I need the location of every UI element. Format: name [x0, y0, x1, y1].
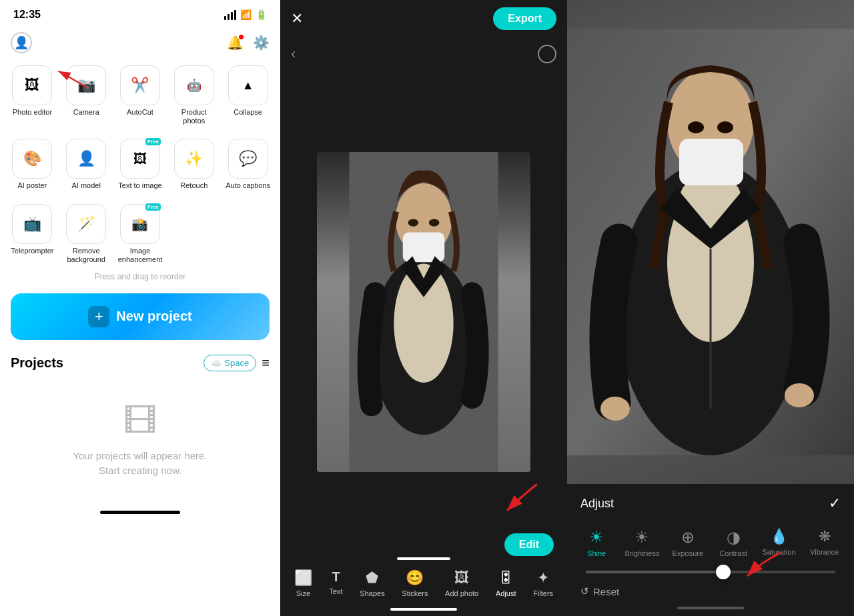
tool-autocut[interactable]: ✂️ AutoCut — [113, 59, 167, 132]
photo-editor-icon: 🖼 — [25, 77, 39, 94]
autocut-icon: ✂️ — [131, 77, 149, 94]
adjust-vibrance[interactable]: ❋ Vibrance — [803, 528, 846, 557]
tool-remove-background[interactable]: 🪄 Remove background — [59, 197, 113, 271]
slider-area[interactable] — [567, 563, 854, 579]
film-icon: 🎞 — [123, 402, 157, 441]
bottom-toolbar: ⬜ Size T Text ⬟ Shapes 😊 Stickers 🖼 Add … — [280, 564, 567, 605]
adjust-saturation[interactable]: 💧 Saturation — [757, 528, 800, 557]
brightness-label: Brightness — [625, 549, 660, 557]
adjust-label: Adjust — [496, 589, 516, 597]
home-indicator — [100, 511, 180, 514]
export-button[interactable]: Export — [493, 7, 556, 30]
retouch-icon-box: ✨ — [174, 139, 214, 179]
adjust-header: Adjust ✓ — [567, 484, 854, 523]
tool-retouch[interactable]: ✨ Retouch — [167, 132, 221, 197]
middle-panel: ✕ Export ‹ — [280, 0, 567, 616]
space-label: Space — [224, 358, 249, 368]
tool-collapse[interactable]: ▲ Collapse — [221, 59, 275, 132]
settings-icon[interactable]: ⚙️ — [253, 35, 270, 51]
mid-home-indicator — [390, 608, 457, 611]
notification-icon[interactable]: 🔔 — [227, 35, 244, 51]
shapes-icon: ⬟ — [366, 569, 378, 587]
brightness-icon: ☀ — [634, 528, 649, 547]
avatar-icon: 👤 — [14, 35, 29, 50]
slider-thumb[interactable] — [716, 565, 731, 579]
free-badge-text: Free — [145, 138, 161, 145]
exposure-label: Exposure — [673, 549, 703, 557]
vibrance-label: Vibrance — [810, 548, 839, 556]
status-icons: 📶 🔋 — [224, 9, 267, 20]
adjust-exposure[interactable]: ⊕ Exposure — [667, 528, 709, 557]
toolbar-size[interactable]: ⬜ Size — [294, 569, 312, 597]
shine-icon: ☀ — [589, 528, 604, 547]
nav-back-icon[interactable]: ‹ — [291, 45, 296, 63]
slider-fill — [586, 571, 723, 573]
auto-captions-icon-box: 💬 — [228, 139, 268, 179]
battery-icon: 🔋 — [256, 9, 267, 20]
adjust-tools: ☀ Shine ☀ Brightness ⊕ Exposure ◑ Contra… — [567, 523, 854, 563]
text-icon: T — [332, 569, 340, 585]
toolbar-stickers[interactable]: 😊 Stickers — [402, 569, 428, 597]
toolbar-adjust[interactable]: 🎛 Adjust — [496, 569, 516, 597]
sort-icon[interactable]: ≡ — [262, 355, 270, 371]
size-icon: ⬜ — [294, 569, 312, 587]
reset-area: ↺ Reset — [567, 579, 854, 603]
remove-bg-icon: 🪄 — [77, 215, 95, 233]
photo-editor-label: Photo editor — [13, 108, 52, 117]
stickers-label: Stickers — [402, 589, 428, 597]
reset-button[interactable]: ↺ Reset — [580, 585, 619, 597]
retouch-label: Retouch — [180, 181, 207, 190]
tool-text-to-image[interactable]: 🖼 Free Text to image — [113, 132, 167, 197]
adjust-title: Adjust — [580, 497, 614, 511]
image-enhance-icon: 📸 — [131, 216, 148, 232]
adjust-brightness[interactable]: ☀ Brightness — [620, 528, 663, 557]
tool-camera[interactable]: 📷 Camera — [59, 59, 113, 132]
toolbar-add-photo[interactable]: 🖼 Add photo — [445, 569, 478, 597]
photo-nav: ‹ — [280, 37, 567, 71]
autocut-icon-box: ✂️ — [120, 65, 160, 105]
tool-teleprompter[interactable]: 📺 Teleprompter — [5, 197, 59, 271]
svg-point-6 — [408, 219, 419, 226]
text-to-image-icon: 🖼 — [133, 151, 147, 167]
image-enhance-label: Image enhancement — [116, 247, 165, 264]
camera-label: Camera — [73, 108, 99, 117]
exposure-icon: ⊕ — [681, 528, 695, 547]
right-person-figure — [567, 0, 854, 484]
retouch-icon: ✨ — [185, 150, 203, 167]
main-photo — [317, 152, 530, 472]
ai-model-label: AI model — [71, 181, 100, 190]
cloud-icon: ☁️ — [211, 358, 222, 368]
space-button[interactable]: ☁️ Space — [203, 355, 256, 371]
tool-photo-editor[interactable]: 🖼 Photo editor — [5, 59, 59, 132]
projects-header: Projects ☁️ Space ≡ — [11, 355, 270, 371]
edit-button[interactable]: Edit — [504, 533, 554, 556]
close-button[interactable]: ✕ — [291, 10, 303, 27]
adjust-contrast[interactable]: ◑ Contrast — [712, 528, 755, 557]
slider-track[interactable] — [586, 571, 835, 573]
confirm-button[interactable]: ✓ — [829, 495, 841, 512]
tool-auto-captions[interactable]: 💬 Auto captions — [221, 132, 275, 197]
new-project-button[interactable]: + New project — [11, 293, 270, 340]
toolbar-filters[interactable]: ✦ Filters — [533, 569, 553, 597]
status-bar: 12:35 📶 🔋 — [0, 0, 280, 29]
tool-ai-poster[interactable]: 🎨 AI poster — [5, 132, 59, 197]
collapse-icon-box: ▲ — [228, 65, 268, 105]
tool-ai-model[interactable]: 👤 AI model — [59, 132, 113, 197]
vibrance-icon: ❋ — [819, 528, 831, 545]
collapse-icon: ▲ — [242, 79, 254, 93]
left-panel: 12:35 📶 🔋 👤 🔔 ⚙️ — [0, 0, 280, 616]
filters-label: Filters — [533, 589, 553, 597]
toolbar-text[interactable]: T Text — [329, 569, 342, 597]
product-photos-icon: 🤖 — [187, 78, 201, 93]
nav-circle-button[interactable] — [538, 45, 556, 63]
adjust-shine[interactable]: ☀ Shine — [575, 528, 618, 557]
svg-point-7 — [429, 219, 440, 226]
image-enhance-icon-box: 📸 Free — [120, 204, 160, 244]
avatar[interactable]: 👤 — [11, 32, 32, 53]
tools-row-1: 🖼 Photo editor 📷 Camera ✂️ AutoCut 🤖 — [0, 59, 280, 132]
tool-product-photos[interactable]: 🤖 Product photos — [167, 59, 221, 132]
toolbar-shapes[interactable]: ⬟ Shapes — [360, 569, 384, 597]
svg-point-18 — [600, 397, 630, 421]
tool-image-enhancement[interactable]: 📸 Free Image enhancement — [113, 197, 167, 271]
text-label: Text — [329, 587, 342, 595]
